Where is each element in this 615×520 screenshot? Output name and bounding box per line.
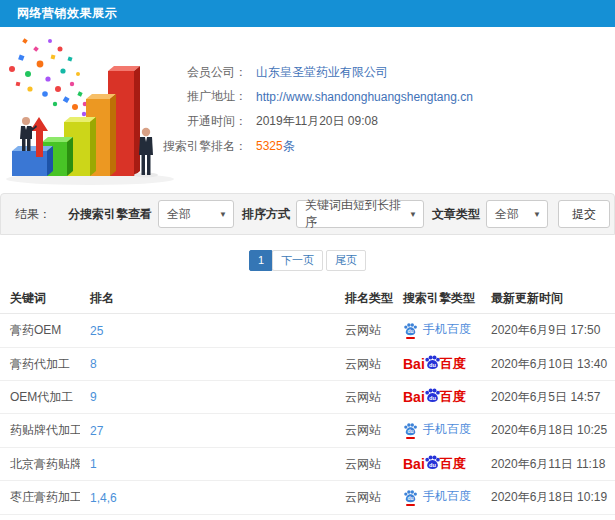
info-value: 2019年11月20日 09:08: [256, 113, 378, 130]
paw-icon-wrap: du: [403, 322, 418, 337]
rank-cell: 8: [80, 348, 335, 381]
article-type-select[interactable]: 全部 ▼: [486, 200, 548, 228]
update-time-cell: 2020年6月5日 14:57: [481, 381, 615, 414]
baidu-paw-icon: du: [403, 322, 418, 337]
table-row: 北京膏药贴牌1云网站Baidu百度2020年6月11日 11:18: [0, 448, 615, 481]
paw-icon-wrap: du: [424, 454, 441, 471]
svg-text:du: du: [429, 394, 436, 400]
page-current[interactable]: 1: [249, 250, 273, 271]
keyword-cell: 膏药OEM: [0, 314, 80, 348]
rank-type-cell: 云网站: [335, 348, 393, 381]
table-row: 膏药OEM25云网站du手机百度2020年6月9日 17:50: [0, 314, 615, 348]
pagination: 1下一页尾页: [0, 250, 615, 271]
paw-icon-wrap: du: [403, 489, 418, 504]
rank-link[interactable]: 27: [90, 424, 103, 438]
result-label: 结果：: [15, 206, 51, 223]
article-select-value: 全部: [495, 206, 519, 223]
table-row: 医疗器械厂家4云网站Baidu百度2020年5月29日 10:32: [0, 515, 615, 520]
rank-type-cell: 云网站: [335, 448, 393, 481]
mobile-baidu-badge: du手机百度: [403, 421, 471, 438]
rank-count-unit[interactable]: 条: [283, 138, 295, 155]
info-value-link[interactable]: http://www.shandonghuangshengtang.cn: [256, 90, 473, 104]
table-body: 膏药OEM25云网站du手机百度2020年6月9日 17:50膏药代加工8云网站…: [0, 314, 615, 520]
rank-count: 5325: [256, 139, 283, 153]
rank-cell: 1,4,6: [80, 481, 335, 515]
businessman-left: [20, 117, 37, 151]
baidu-paw-icon: du: [424, 354, 441, 371]
rank-type-cell: 云网站: [335, 414, 393, 448]
info-label: 搜索引擎排名：: [130, 138, 247, 155]
paw-icon-wrap: du: [424, 387, 441, 404]
sort-filter-label: 排序方式: [242, 206, 290, 223]
info-section: 会员公司：山东皇圣堂药业有限公司推广地址：http://www.shandong…: [0, 27, 615, 190]
mobile-baidu-label: 手机百度: [423, 321, 471, 338]
baidu-paw-icon: du: [424, 387, 441, 404]
engine-cell: Baidu百度: [393, 515, 481, 520]
engine-cell: Baidu百度: [393, 348, 481, 381]
red-underline: [406, 504, 415, 506]
mobile-baidu-label: 手机百度: [423, 488, 471, 505]
update-time-cell: 2020年6月11日 11:18: [481, 448, 615, 481]
results-table: 关键词排名排名类型搜索引擎类型最新更新时间 膏药OEM25云网站du手机百度20…: [0, 284, 615, 520]
baidu-logo-prefix: Bai: [403, 356, 425, 372]
sort-select[interactable]: 关键词由短到长排序 ▼: [296, 200, 424, 228]
rank-cell: 9: [80, 381, 335, 414]
rank-link[interactable]: 1: [90, 457, 97, 471]
column-header: 最新更新时间: [481, 284, 615, 314]
svg-text:du: du: [408, 428, 414, 434]
paw-icon-wrap: du: [424, 354, 441, 371]
top-header-bar: 网络营销效果展示: [0, 0, 615, 27]
update-time-cell: 2020年6月10日 13:40: [481, 348, 615, 381]
submit-button[interactable]: 提交: [558, 200, 610, 228]
baidu-logo-prefix: Bai: [403, 456, 425, 472]
info-value-link[interactable]: 山东皇圣堂药业有限公司: [256, 64, 388, 81]
svg-text:du: du: [429, 361, 436, 367]
page-button[interactable]: 下一页: [272, 250, 323, 271]
info-row-engine-rank-count: 搜索引擎排名：5325条: [130, 134, 473, 159]
baidu-logo-suffix: 百度: [440, 355, 466, 373]
filter-controls: 分搜索引擎查看 全部 ▼ 排序方式 关键词由短到长排序 ▼ 文章类型 全部 ▼ …: [60, 200, 610, 228]
bar-chart-bars: [12, 66, 140, 176]
keyword-cell: 膏药代加工: [0, 348, 80, 381]
update-time-cell: 2020年6月9日 17:50: [481, 314, 615, 348]
baidu-logo: Baidu百度: [403, 455, 466, 473]
rank-type-cell: 云网站: [335, 314, 393, 348]
rank-type-cell: 云网站: [335, 381, 393, 414]
info-row-open-time: 开通时间：2019年11月20日 09:08: [130, 109, 473, 134]
page-button[interactable]: 尾页: [326, 250, 366, 271]
chevron-down-icon: ▼: [409, 210, 417, 219]
rank-link[interactable]: 25: [90, 324, 103, 338]
engine-select[interactable]: 全部 ▼: [158, 200, 234, 228]
mobile-baidu-badge: du手机百度: [403, 488, 471, 505]
baidu-logo: Baidu百度: [403, 388, 466, 406]
info-label: 会员公司：: [130, 64, 247, 81]
info-label: 推广地址：: [130, 88, 247, 105]
info-rows: 会员公司：山东皇圣堂药业有限公司推广地址：http://www.shandong…: [130, 60, 473, 158]
keyword-cell: 北京膏药贴牌: [0, 448, 80, 481]
engine-cell: du手机百度: [393, 481, 481, 515]
keyword-cell: 医疗器械厂家: [0, 515, 80, 520]
chevron-down-icon: ▼: [533, 210, 541, 219]
red-underline: [406, 337, 415, 339]
rank-cell: 4: [80, 515, 335, 520]
table-head-row: 关键词排名排名类型搜索引擎类型最新更新时间: [0, 284, 615, 314]
table-row: OEM代加工9云网站Baidu百度2020年6月5日 14:57: [0, 381, 615, 414]
rank-link[interactable]: 9: [90, 390, 97, 404]
info-row-member-company: 会员公司：山东皇圣堂药业有限公司: [130, 60, 473, 85]
paw-icon-wrap: du: [403, 422, 418, 437]
rank-link[interactable]: 8: [90, 357, 97, 371]
baidu-logo: Baidu百度: [403, 355, 466, 373]
engine-select-value: 全部: [167, 206, 191, 223]
rank-link[interactable]: 1,4,6: [90, 491, 117, 505]
table-row: 膏药代加工8云网站Baidu百度2020年6月10日 13:40: [0, 348, 615, 381]
keyword-cell: 枣庄膏药加工: [0, 481, 80, 515]
column-header: 排名类型: [335, 284, 393, 314]
baidu-paw-icon: du: [403, 489, 418, 504]
filter-bar: 结果： 分搜索引擎查看 全部 ▼ 排序方式 关键词由短到长排序 ▼ 文章类型 全…: [0, 193, 615, 235]
rank-cell: 27: [80, 414, 335, 448]
baidu-logo-suffix: 百度: [440, 455, 466, 473]
rank-type-cell: 云网站: [335, 481, 393, 515]
keyword-cell: 药贴牌代加工: [0, 414, 80, 448]
baidu-logo-prefix: Bai: [403, 389, 425, 405]
engine-filter-label: 分搜索引擎查看: [68, 206, 152, 223]
